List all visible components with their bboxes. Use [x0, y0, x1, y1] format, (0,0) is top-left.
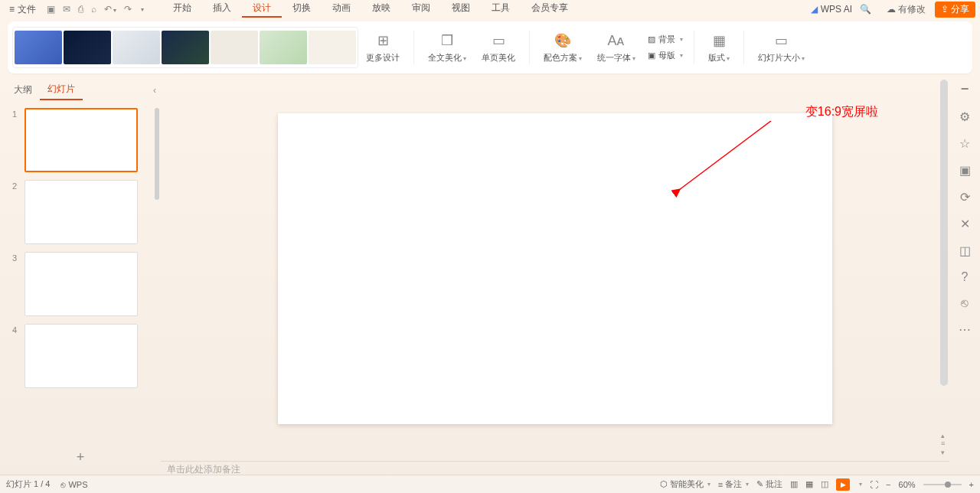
workspace: 大纲 幻灯片 ‹ 1 2 3 4 + 变16:9宽屏啦 [0, 77, 980, 475]
outline-tab[interactable]: 大纲 [6, 80, 40, 100]
more-panel-icon[interactable]: ⋯ [959, 322, 971, 337]
wps-mode-button[interactable]: ⎋ WPS [60, 480, 87, 489]
star-panel-icon[interactable]: ☆ [959, 136, 970, 151]
reading-view-icon[interactable]: ◫ [821, 479, 828, 489]
tab-slideshow[interactable]: 放映 [361, 2, 401, 18]
cloud-icon: ☁ [887, 4, 896, 15]
master-button[interactable]: ▣ 母版▾ [648, 48, 683, 63]
template-panel-icon[interactable]: ⎋ [961, 296, 969, 310]
slideshow-button[interactable]: ▶ [836, 478, 850, 491]
zoom-value[interactable]: 60% [899, 480, 916, 489]
theme-thumb-2[interactable] [64, 31, 111, 64]
tab-insert[interactable]: 插入 [202, 2, 242, 18]
panel-tabs: 大纲 幻灯片 ‹ [0, 77, 161, 103]
theme-thumb-3[interactable] [113, 31, 160, 64]
tab-view[interactable]: 视图 [441, 2, 481, 18]
separator [694, 31, 694, 64]
separator [413, 31, 414, 64]
notes-button[interactable]: ≡ 备注▾ [718, 478, 749, 490]
slide-thumb-3[interactable] [24, 252, 138, 316]
print-icon[interactable]: ⎙ [78, 4, 83, 15]
background-button[interactable]: ▨ 背景▾ [648, 32, 683, 47]
notes-area[interactable]: 单击此处添加备注 [161, 461, 949, 475]
quick-access-toolbar: ▣ ✉ ⎙ ⌕ ↶▾ ↷ ▾ [47, 4, 144, 15]
panel-scrollbar[interactable] [155, 108, 159, 200]
share-label: 分享 [951, 3, 969, 16]
collapse-sidebar-icon[interactable]: − [961, 81, 969, 97]
cloud-label: 有修改 [898, 3, 926, 16]
tab-review[interactable]: 审阅 [401, 2, 441, 18]
search-icon[interactable]: 🔍 [860, 4, 871, 15]
add-slide-button[interactable]: + [0, 440, 161, 475]
comments-button[interactable]: ✎ 批注 [756, 478, 782, 490]
normal-view-icon[interactable]: ▥ [790, 479, 798, 489]
find-icon[interactable]: ⌕ [91, 4, 96, 15]
theme-thumb-7[interactable] [309, 31, 356, 64]
tools-panel-icon[interactable]: ✕ [960, 217, 970, 231]
full-beautify-button[interactable]: ❒ 全文美化▾ [420, 27, 474, 68]
svg-line-0 [679, 121, 771, 190]
separator [743, 31, 744, 64]
color-scheme-button[interactable]: 🎨 配色方案▾ [536, 27, 590, 68]
slide-canvas[interactable]: 变16:9宽屏啦 [278, 113, 832, 424]
wps-ai-button[interactable]: ◢ WPS AI [811, 4, 852, 15]
tab-member[interactable]: 会员专享 [521, 2, 579, 18]
zoom-slider[interactable] [923, 484, 962, 485]
theme-thumb-1[interactable] [15, 31, 62, 64]
more-qa-icon[interactable]: ▾ [141, 6, 144, 13]
single-beautify-button[interactable]: ▭ 单页美化 [474, 27, 523, 68]
sorter-view-icon[interactable]: ▦ [805, 479, 813, 489]
theme-thumb-6[interactable] [260, 31, 307, 64]
settings-panel-icon[interactable]: ⚙ [959, 109, 970, 124]
notes-placeholder: 单击此处添加备注 [167, 464, 240, 475]
library-panel-icon[interactable]: ◫ [959, 243, 971, 258]
cube-icon: ⬡ [660, 479, 668, 489]
thumb-num-3: 3 [12, 252, 18, 263]
tab-animation[interactable]: 动画 [322, 2, 361, 18]
ai-label: WPS AI [821, 4, 852, 15]
theme-gallery [12, 27, 358, 68]
tab-start[interactable]: 开始 [162, 2, 202, 18]
print-preview-icon[interactable]: ✉ [63, 4, 70, 15]
save-icon[interactable]: ▣ [47, 4, 55, 15]
theme-thumb-4[interactable] [162, 31, 209, 64]
thumb-num-1: 1 [12, 108, 18, 119]
fit-icon[interactable]: ⛶ [870, 480, 878, 489]
tab-tools[interactable]: 工具 [481, 2, 521, 18]
zoom-out-icon[interactable]: − [886, 480, 890, 489]
tab-design[interactable]: 设计 [242, 2, 282, 18]
cloud-sync-button[interactable]: ☁ 有修改 [887, 3, 926, 16]
thumb-num-2: 2 [12, 180, 18, 191]
resources-panel-icon[interactable]: ▣ [959, 163, 971, 178]
unify-font-button[interactable]: Aᴀ 统一字体▾ [590, 27, 643, 68]
undo-icon[interactable]: ↶▾ [104, 4, 116, 15]
slide-thumb-4[interactable] [24, 324, 138, 388]
page-icon: ▭ [492, 32, 505, 49]
slide-thumb-1[interactable] [24, 108, 138, 172]
smart-beautify-button[interactable]: ⬡ 智能美化▾ [660, 478, 710, 490]
more-design-label: 更多设计 [366, 52, 400, 64]
share-button[interactable]: ⇪ 分享 [935, 2, 975, 18]
ai-panel-icon[interactable]: ⟳ [960, 190, 970, 204]
annotation-arrow-icon [671, 121, 779, 198]
more-design-button[interactable]: ⊞ 更多设计 [358, 27, 407, 68]
file-menu[interactable]: ≡ 文件 [5, 3, 41, 16]
slide-size-button[interactable]: ▭ 幻灯片大小▾ [750, 27, 812, 68]
tab-transition[interactable]: 切换 [282, 2, 322, 18]
thumbnail-list: 1 2 3 4 [0, 103, 161, 440]
help-panel-icon[interactable]: ? [962, 270, 969, 284]
font-icon: Aᴀ [607, 32, 625, 49]
top-menu-bar: ≡ 文件 ▣ ✉ ⎙ ⌕ ↶▾ ↷ ▾ 开始 插入 设计 切换 动画 放映 审阅… [0, 0, 980, 18]
layout-button[interactable]: ▦ 版式▾ [701, 27, 737, 68]
canvas-scrollbar-v[interactable]: ▴ ≡ ▾ [940, 80, 948, 458]
slide-thumb-2[interactable] [24, 180, 138, 244]
slides-tab[interactable]: 幻灯片 [40, 80, 83, 100]
zoom-in-icon[interactable]: + [969, 480, 974, 489]
redo-icon[interactable]: ↷ [124, 4, 132, 15]
menu-icon: ≡ [9, 4, 15, 15]
image-icon: ▨ [648, 34, 655, 44]
slideshow-dropdown[interactable]: ▾ [859, 481, 862, 488]
separator [529, 31, 530, 64]
collapse-panel-icon[interactable]: ‹ [153, 85, 156, 96]
theme-thumb-5[interactable] [211, 31, 258, 64]
